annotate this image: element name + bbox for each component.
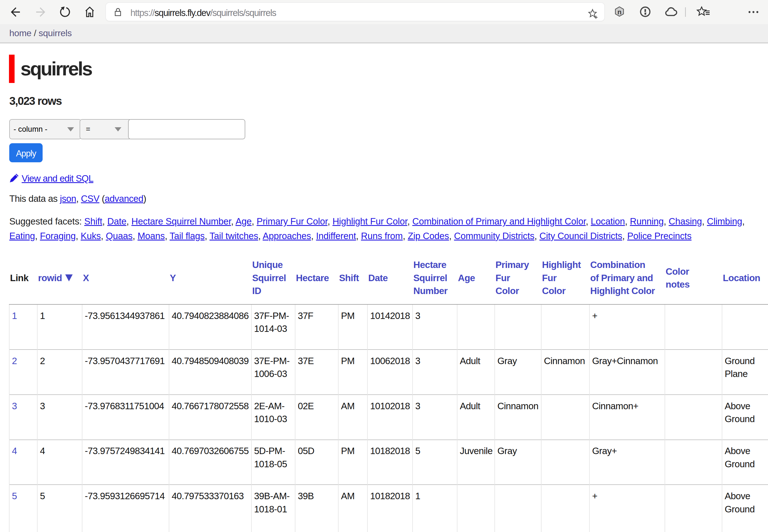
svg-text:n: n <box>617 8 622 16</box>
